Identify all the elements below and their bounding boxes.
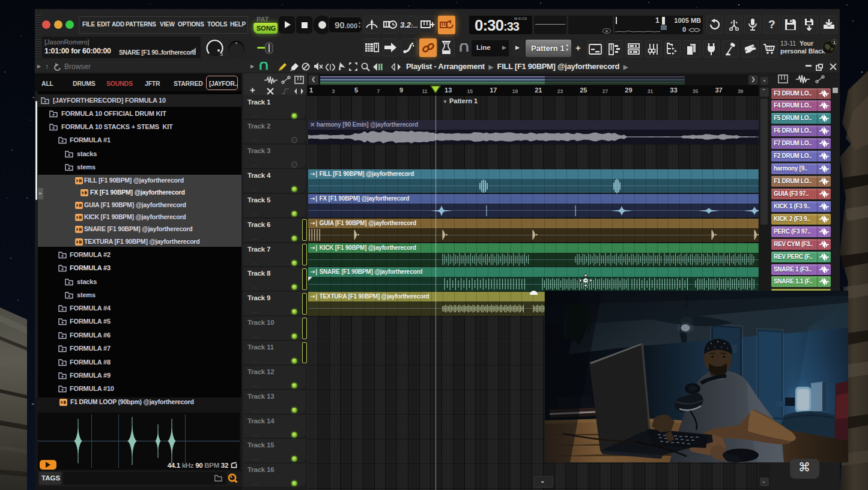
svg-text:1: 1 <box>833 40 836 44</box>
